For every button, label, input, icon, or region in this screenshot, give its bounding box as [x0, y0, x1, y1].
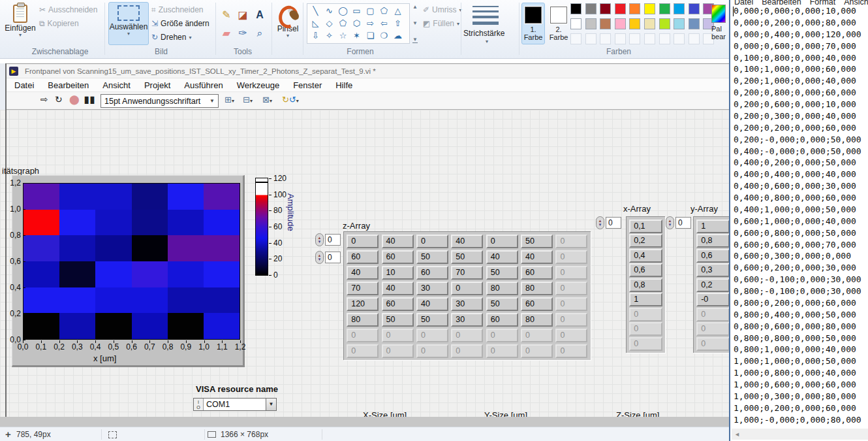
labview-menu-item[interactable]: Fenster — [293, 80, 322, 90]
palette-swatch-empty[interactable] — [689, 33, 700, 44]
palette-swatch-empty[interactable] — [629, 33, 640, 44]
heatmap-grid[interactable] — [23, 183, 240, 340]
z-array-cell[interactable]: 60 — [416, 266, 448, 280]
y-array-index-spinner[interactable]: ▲▼ — [666, 216, 674, 229]
color2-button[interactable]: 2. Farbe — [547, 3, 570, 44]
z-array-cell[interactable]: 30 — [416, 282, 448, 295]
palette-swatch[interactable] — [674, 3, 685, 14]
labview-menu-item[interactable]: Hilfe — [335, 80, 352, 90]
z-array-cell[interactable]: 30 — [451, 313, 483, 327]
y-array-col-cell[interactable]: 0 — [696, 337, 730, 351]
z-array-cell[interactable]: 0 — [416, 235, 448, 248]
palette-swatch[interactable] — [689, 18, 700, 29]
palette-swatch[interactable] — [659, 3, 670, 14]
scroll-left-icon[interactable]: ◂ — [732, 429, 743, 440]
polygon-shape-icon[interactable]: ⬠ — [377, 5, 391, 17]
z-array-cell[interactable]: 0 — [555, 250, 587, 264]
z-array-cell[interactable]: 70 — [347, 282, 379, 295]
z-array-cell[interactable]: 120 — [347, 297, 379, 311]
visa-resource-combo[interactable]: IO COM1 ▼ — [193, 398, 277, 411]
x-array-col-cell[interactable]: 0,4 — [629, 249, 662, 263]
z-array-index1-field[interactable]: 0 — [325, 234, 341, 246]
z-array-cell[interactable]: 50 — [521, 235, 553, 248]
z-array-cell[interactable]: 30 — [451, 297, 483, 311]
y-array-col-cell[interactable]: 0 — [696, 308, 730, 321]
arrow-up-shape-icon[interactable]: ⇧ — [391, 17, 405, 29]
hexagon-shape-icon[interactable]: ⬡ — [350, 17, 364, 29]
notepad-hscrollbar[interactable]: ◂ — [732, 429, 868, 440]
distribute-objects-dropdown[interactable]: ⊟▾ — [243, 95, 253, 105]
arrow-left-shape-icon[interactable]: ⇦ — [377, 17, 391, 29]
z-array-cell[interactable]: 0 — [347, 329, 379, 342]
resize-button[interactable]: ⇲ Größe ändern — [151, 19, 209, 28]
scroll-up-icon[interactable]: ▲ — [412, 4, 418, 10]
palette-swatch[interactable] — [629, 3, 640, 14]
labview-menu-item[interactable]: Ausführen — [184, 80, 223, 90]
rotate-button[interactable]: ↻ Drehen ▾ — [151, 33, 191, 42]
scroll-more-icon[interactable]: ▼ — [412, 37, 418, 43]
outline-button[interactable]: ✐ Umriss ▾ — [423, 5, 461, 14]
z-array-cell[interactable]: 40 — [451, 235, 483, 248]
z-array-cell[interactable]: 0 — [416, 344, 448, 358]
z-array-cell[interactable]: 50 — [416, 313, 448, 327]
palette-swatch[interactable] — [585, 18, 597, 29]
palette-swatch-empty[interactable] — [659, 33, 670, 44]
z-array-cell[interactable]: 0 — [486, 329, 518, 342]
labview-menu-item[interactable]: Bearbeiten — [48, 80, 89, 90]
z-array-cell[interactable]: 0 — [555, 266, 587, 280]
z-array-cell[interactable]: 0 — [555, 297, 587, 311]
palette-swatch[interactable] — [689, 3, 700, 14]
labview-menu-item[interactable]: Werkzeuge — [237, 80, 280, 90]
z-array-cell[interactable]: 0 — [555, 282, 587, 295]
y-array-index-field[interactable]: 0 — [675, 217, 691, 229]
z-array-cell[interactable]: 0 — [347, 235, 379, 248]
fill-icon[interactable]: ◪ — [236, 8, 250, 22]
edit-palette-button[interactable]: Pal bear — [711, 5, 726, 41]
z-array-cell[interactable]: 0 — [382, 329, 414, 342]
y-array-col-cell[interactable]: 0,8 — [696, 234, 730, 248]
y-array-col-cell[interactable]: 0,6 — [696, 249, 730, 263]
z-array-cell[interactable]: 40 — [382, 235, 414, 248]
oval-callout-shape-icon[interactable]: ❍ — [377, 29, 391, 42]
palette-swatch-empty[interactable] — [570, 33, 581, 44]
stroke-width-button[interactable]: Strichstärke — [463, 29, 504, 38]
line-shape-icon[interactable]: ╲ — [309, 5, 322, 17]
cut-button[interactable]: ✂ Ausschneiden — [39, 5, 97, 14]
y-array-col-cell[interactable]: 1 — [696, 220, 730, 233]
palette-swatch-empty[interactable] — [644, 33, 655, 44]
z-array-cell[interactable]: 0 — [382, 344, 414, 358]
palette-swatch[interactable] — [629, 18, 640, 29]
triangle-shape-icon[interactable]: △ — [391, 5, 405, 17]
z-array-cell[interactable]: 80 — [521, 282, 553, 295]
z-array-cell[interactable]: 0 — [451, 344, 483, 358]
z-array-cell[interactable]: 50 — [451, 250, 483, 264]
font-selector[interactable]: 15pt Anwendungsschriftart ▼ — [101, 94, 219, 108]
z-array-cell[interactable]: 40 — [416, 297, 448, 311]
z-array-cell[interactable]: 50 — [486, 266, 518, 280]
dropdown-arrow-icon[interactable]: ▼ — [266, 399, 276, 410]
oval-shape-icon[interactable]: ◯ — [336, 5, 350, 17]
z-array-index1-spinner[interactable]: ▲▼ — [315, 233, 324, 246]
arrow-down-shape-icon[interactable]: ⇩ — [309, 29, 322, 42]
x-array-col-cell[interactable]: 0,1 — [629, 220, 662, 233]
colorbar[interactable] — [255, 178, 268, 276]
labview-menu-item[interactable]: Ansicht — [102, 80, 131, 90]
z-array-cell[interactable]: 0 — [451, 282, 483, 295]
x-array-col-cell[interactable]: 1 — [629, 293, 662, 306]
z-array-cell[interactable]: 0 — [555, 235, 587, 248]
align-objects-dropdown[interactable]: ⊞▾ — [225, 95, 234, 105]
pentagon-shape-icon[interactable]: ⬠ — [336, 17, 350, 29]
curve-shape-icon[interactable]: ∿ — [322, 5, 336, 17]
z-array-cell[interactable]: 0 — [416, 329, 448, 342]
z-array-cell[interactable]: 0 — [347, 344, 379, 358]
palette-swatch[interactable] — [615, 18, 626, 29]
z-array-cell[interactable]: 80 — [521, 313, 553, 327]
z-array-cell[interactable]: 60 — [521, 297, 553, 311]
z-array-cell[interactable]: 0 — [555, 329, 587, 342]
color1-button[interactable]: 1. Farbe — [521, 3, 545, 44]
eraser-icon[interactable]: ▰ — [219, 26, 234, 41]
z-array-cell[interactable]: 80 — [486, 282, 518, 295]
x-array-col-cell[interactable]: 0,8 — [629, 278, 662, 292]
scroll-down-icon[interactable]: ▼ — [412, 20, 418, 26]
z-array-cell[interactable]: 70 — [451, 266, 483, 280]
